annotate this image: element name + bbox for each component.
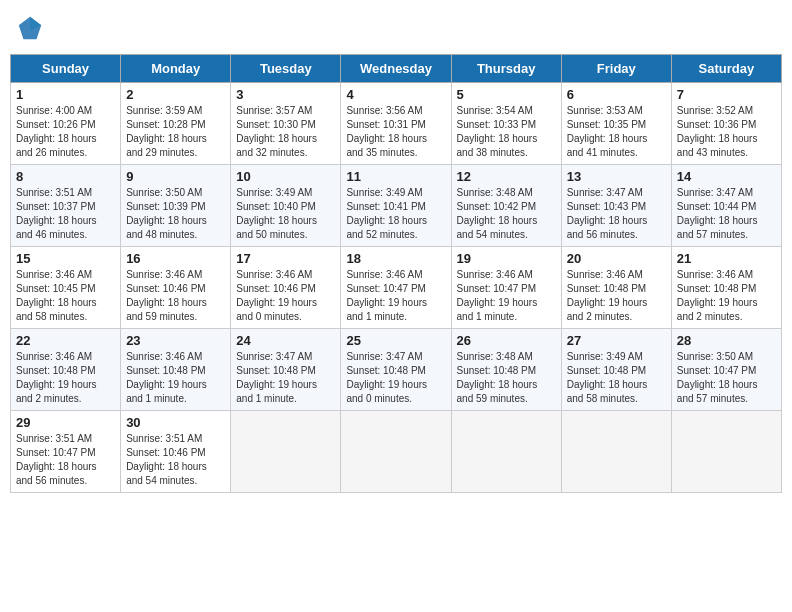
cell-content: Sunrise: 3:48 AMSunset: 10:48 PMDaylight… xyxy=(457,350,556,406)
cell-content: Sunrise: 3:46 AMSunset: 10:48 PMDaylight… xyxy=(567,268,666,324)
calendar-cell: 13Sunrise: 3:47 AMSunset: 10:43 PMDaylig… xyxy=(561,165,671,247)
calendar-cell: 7Sunrise: 3:52 AMSunset: 10:36 PMDayligh… xyxy=(671,83,781,165)
day-number: 13 xyxy=(567,169,666,184)
cell-content: Sunrise: 3:51 AMSunset: 10:47 PMDaylight… xyxy=(16,432,115,488)
day-number: 10 xyxy=(236,169,335,184)
cell-content: Sunrise: 3:47 AMSunset: 10:48 PMDaylight… xyxy=(346,350,445,406)
calendar-cell: 12Sunrise: 3:48 AMSunset: 10:42 PMDaylig… xyxy=(451,165,561,247)
day-number: 25 xyxy=(346,333,445,348)
day-number: 19 xyxy=(457,251,556,266)
cell-content: Sunrise: 3:56 AMSunset: 10:31 PMDaylight… xyxy=(346,104,445,160)
calendar-table: SundayMondayTuesdayWednesdayThursdayFrid… xyxy=(10,54,782,493)
calendar-cell: 22Sunrise: 3:46 AMSunset: 10:48 PMDaylig… xyxy=(11,329,121,411)
day-header-tuesday: Tuesday xyxy=(231,55,341,83)
day-number: 7 xyxy=(677,87,776,102)
cell-content: Sunrise: 3:59 AMSunset: 10:28 PMDaylight… xyxy=(126,104,225,160)
day-number: 9 xyxy=(126,169,225,184)
calendar-cell: 4Sunrise: 3:56 AMSunset: 10:31 PMDayligh… xyxy=(341,83,451,165)
calendar-cell: 8Sunrise: 3:51 AMSunset: 10:37 PMDayligh… xyxy=(11,165,121,247)
calendar-week-2: 8Sunrise: 3:51 AMSunset: 10:37 PMDayligh… xyxy=(11,165,782,247)
day-header-monday: Monday xyxy=(121,55,231,83)
calendar-header: SundayMondayTuesdayWednesdayThursdayFrid… xyxy=(11,55,782,83)
calendar-cell xyxy=(671,411,781,493)
calendar-cell xyxy=(341,411,451,493)
cell-content: Sunrise: 3:49 AMSunset: 10:40 PMDaylight… xyxy=(236,186,335,242)
cell-content: Sunrise: 3:54 AMSunset: 10:33 PMDaylight… xyxy=(457,104,556,160)
page: SundayMondayTuesdayWednesdayThursdayFrid… xyxy=(0,0,792,612)
day-number: 16 xyxy=(126,251,225,266)
calendar-cell: 28Sunrise: 3:50 AMSunset: 10:47 PMDaylig… xyxy=(671,329,781,411)
calendar-cell: 15Sunrise: 3:46 AMSunset: 10:45 PMDaylig… xyxy=(11,247,121,329)
day-number: 4 xyxy=(346,87,445,102)
calendar-cell xyxy=(231,411,341,493)
cell-content: Sunrise: 3:46 AMSunset: 10:47 PMDaylight… xyxy=(346,268,445,324)
day-number: 24 xyxy=(236,333,335,348)
cell-content: Sunrise: 3:46 AMSunset: 10:45 PMDaylight… xyxy=(16,268,115,324)
day-number: 21 xyxy=(677,251,776,266)
calendar-cell: 23Sunrise: 3:46 AMSunset: 10:48 PMDaylig… xyxy=(121,329,231,411)
day-number: 5 xyxy=(457,87,556,102)
cell-content: Sunrise: 3:47 AMSunset: 10:44 PMDaylight… xyxy=(677,186,776,242)
day-number: 15 xyxy=(16,251,115,266)
cell-content: Sunrise: 3:46 AMSunset: 10:46 PMDaylight… xyxy=(126,268,225,324)
calendar-cell: 11Sunrise: 3:49 AMSunset: 10:41 PMDaylig… xyxy=(341,165,451,247)
calendar-cell: 1Sunrise: 4:00 AMSunset: 10:26 PMDayligh… xyxy=(11,83,121,165)
cell-content: Sunrise: 3:57 AMSunset: 10:30 PMDaylight… xyxy=(236,104,335,160)
calendar-week-3: 15Sunrise: 3:46 AMSunset: 10:45 PMDaylig… xyxy=(11,247,782,329)
calendar-week-1: 1Sunrise: 4:00 AMSunset: 10:26 PMDayligh… xyxy=(11,83,782,165)
day-number: 8 xyxy=(16,169,115,184)
calendar-cell: 17Sunrise: 3:46 AMSunset: 10:46 PMDaylig… xyxy=(231,247,341,329)
cell-content: Sunrise: 3:46 AMSunset: 10:47 PMDaylight… xyxy=(457,268,556,324)
day-number: 20 xyxy=(567,251,666,266)
cell-content: Sunrise: 3:47 AMSunset: 10:43 PMDaylight… xyxy=(567,186,666,242)
day-header-friday: Friday xyxy=(561,55,671,83)
day-number: 30 xyxy=(126,415,225,430)
calendar-cell: 20Sunrise: 3:46 AMSunset: 10:48 PMDaylig… xyxy=(561,247,671,329)
calendar-cell: 19Sunrise: 3:46 AMSunset: 10:47 PMDaylig… xyxy=(451,247,561,329)
day-number: 6 xyxy=(567,87,666,102)
day-number: 18 xyxy=(346,251,445,266)
day-header-sunday: Sunday xyxy=(11,55,121,83)
header xyxy=(10,10,782,46)
day-number: 1 xyxy=(16,87,115,102)
cell-content: Sunrise: 3:51 AMSunset: 10:46 PMDaylight… xyxy=(126,432,225,488)
calendar-cell: 2Sunrise: 3:59 AMSunset: 10:28 PMDayligh… xyxy=(121,83,231,165)
day-number: 28 xyxy=(677,333,776,348)
day-header-thursday: Thursday xyxy=(451,55,561,83)
calendar-cell: 3Sunrise: 3:57 AMSunset: 10:30 PMDayligh… xyxy=(231,83,341,165)
calendar-week-5: 29Sunrise: 3:51 AMSunset: 10:47 PMDaylig… xyxy=(11,411,782,493)
cell-content: Sunrise: 3:49 AMSunset: 10:41 PMDaylight… xyxy=(346,186,445,242)
day-number: 14 xyxy=(677,169,776,184)
day-number: 26 xyxy=(457,333,556,348)
calendar-cell: 6Sunrise: 3:53 AMSunset: 10:35 PMDayligh… xyxy=(561,83,671,165)
logo xyxy=(16,14,48,42)
calendar-cell: 27Sunrise: 3:49 AMSunset: 10:48 PMDaylig… xyxy=(561,329,671,411)
day-number: 27 xyxy=(567,333,666,348)
cell-content: Sunrise: 3:48 AMSunset: 10:42 PMDaylight… xyxy=(457,186,556,242)
cell-content: Sunrise: 3:52 AMSunset: 10:36 PMDaylight… xyxy=(677,104,776,160)
calendar-cell: 9Sunrise: 3:50 AMSunset: 10:39 PMDayligh… xyxy=(121,165,231,247)
calendar-cell: 14Sunrise: 3:47 AMSunset: 10:44 PMDaylig… xyxy=(671,165,781,247)
calendar-cell xyxy=(561,411,671,493)
cell-content: Sunrise: 3:46 AMSunset: 10:48 PMDaylight… xyxy=(16,350,115,406)
day-number: 11 xyxy=(346,169,445,184)
calendar-cell xyxy=(451,411,561,493)
day-header-wednesday: Wednesday xyxy=(341,55,451,83)
calendar-cell: 5Sunrise: 3:54 AMSunset: 10:33 PMDayligh… xyxy=(451,83,561,165)
cell-content: Sunrise: 3:46 AMSunset: 10:46 PMDaylight… xyxy=(236,268,335,324)
calendar-cell: 16Sunrise: 3:46 AMSunset: 10:46 PMDaylig… xyxy=(121,247,231,329)
cell-content: Sunrise: 3:47 AMSunset: 10:48 PMDaylight… xyxy=(236,350,335,406)
calendar-cell: 26Sunrise: 3:48 AMSunset: 10:48 PMDaylig… xyxy=(451,329,561,411)
day-number: 17 xyxy=(236,251,335,266)
calendar-cell: 18Sunrise: 3:46 AMSunset: 10:47 PMDaylig… xyxy=(341,247,451,329)
day-header-saturday: Saturday xyxy=(671,55,781,83)
cell-content: Sunrise: 3:46 AMSunset: 10:48 PMDaylight… xyxy=(126,350,225,406)
cell-content: Sunrise: 4:00 AMSunset: 10:26 PMDaylight… xyxy=(16,104,115,160)
calendar-cell: 25Sunrise: 3:47 AMSunset: 10:48 PMDaylig… xyxy=(341,329,451,411)
cell-content: Sunrise: 3:49 AMSunset: 10:48 PMDaylight… xyxy=(567,350,666,406)
cell-content: Sunrise: 3:50 AMSunset: 10:39 PMDaylight… xyxy=(126,186,225,242)
header-row: SundayMondayTuesdayWednesdayThursdayFrid… xyxy=(11,55,782,83)
calendar-body: 1Sunrise: 4:00 AMSunset: 10:26 PMDayligh… xyxy=(11,83,782,493)
calendar-cell: 10Sunrise: 3:49 AMSunset: 10:40 PMDaylig… xyxy=(231,165,341,247)
day-number: 22 xyxy=(16,333,115,348)
